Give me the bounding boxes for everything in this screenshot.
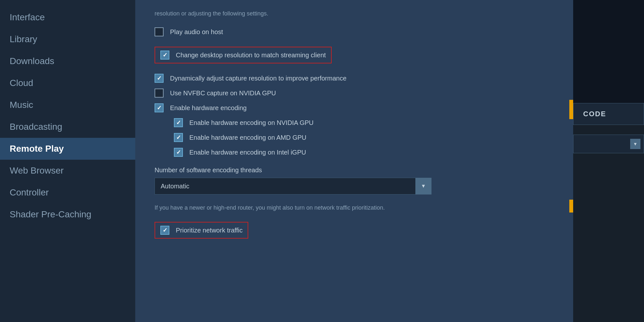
right-panel-dropdown[interactable] xyxy=(573,135,644,153)
checkbox-change-desktop-res[interactable] xyxy=(160,51,169,60)
checkbox-label-hw-encoding-intel: Enable hardware encoding on Intel iGPU xyxy=(189,149,306,156)
sidebar-item-cloud[interactable]: Cloud xyxy=(0,72,135,94)
network-note: If you have a newer or high-end router, … xyxy=(155,204,431,212)
sidebar-item-library[interactable]: Library xyxy=(0,28,135,50)
checkbox-label-hw-encoding-nvidia: Enable hardware encoding on NVIDIA GPU xyxy=(189,119,314,127)
right-panel-dropdown-arrow-icon[interactable] xyxy=(630,139,640,149)
main-content: resolution or adjusting the following se… xyxy=(135,0,573,322)
checkbox-label-play-audio: Play audio on host xyxy=(170,28,223,36)
checkbox-row-use-nvfbc: Use NVFBC capture on NVIDIA GPU xyxy=(155,89,535,98)
sidebar-item-controller[interactable]: Controller xyxy=(0,182,135,204)
right-panel: CODE xyxy=(573,0,644,322)
sidebar-item-interface[interactable]: Interface xyxy=(0,6,135,28)
checkbox-hw-encoding-nvidia[interactable] xyxy=(174,118,183,127)
checkbox-play-audio[interactable] xyxy=(155,27,164,36)
sidebar-item-remote-play[interactable]: Remote Play xyxy=(0,138,135,160)
sidebar-item-music[interactable]: Music xyxy=(0,94,135,116)
sidebar-item-web-browser[interactable]: Web Browser xyxy=(0,160,135,182)
checkbox-row-dynamically-adjust: Dynamically adjust capture resolution to… xyxy=(155,74,535,83)
checkbox-row-play-audio: Play audio on host xyxy=(155,27,535,36)
checkbox-enable-hw-encoding[interactable] xyxy=(155,103,164,112)
checkbox-row-hw-encoding-amd: Enable hardware encoding on AMD GPU xyxy=(174,133,535,142)
checkbox-row-change-desktop-res: Change desktop resolution to match strea… xyxy=(155,47,332,63)
encoding-threads-label: Number of software encoding threads xyxy=(155,166,535,174)
checkbox-hw-encoding-amd[interactable] xyxy=(174,133,183,142)
checkbox-use-nvfbc[interactable] xyxy=(155,89,164,98)
code-button[interactable]: CODE xyxy=(573,103,644,125)
right-panel-image xyxy=(573,0,644,103)
checkbox-row-enable-hw-encoding: Enable hardware encoding xyxy=(155,103,535,112)
checkbox-label-dynamically-adjust: Dynamically adjust capture resolution to… xyxy=(170,75,346,82)
sidebar-item-broadcasting[interactable]: Broadcasting xyxy=(0,116,135,138)
sidebar-item-shader-pre-caching[interactable]: Shader Pre-Caching xyxy=(0,204,135,225)
checkbox-row-prioritize-network: Prioritize network traffic xyxy=(155,222,248,239)
encoding-threads-dropdown[interactable]: Automatic12468 xyxy=(155,178,431,194)
checkbox-dynamically-adjust[interactable] xyxy=(155,74,164,83)
scroll-indicator-1 xyxy=(569,100,573,119)
checkbox-prioritize-network[interactable] xyxy=(160,226,169,235)
sidebar: InterfaceLibraryDownloadsCloudMusicBroad… xyxy=(0,0,135,322)
checkbox-label-use-nvfbc: Use NVFBC capture on NVIDIA GPU xyxy=(170,90,276,97)
checkbox-label-change-desktop-res: Change desktop resolution to match strea… xyxy=(176,52,326,59)
encoding-threads-select[interactable]: Automatic12468 xyxy=(155,178,431,194)
checkbox-label-prioritize-network: Prioritize network traffic xyxy=(176,227,242,234)
checkbox-label-hw-encoding-amd: Enable hardware encoding on AMD GPU xyxy=(189,134,307,141)
checkbox-row-hw-encoding-nvidia: Enable hardware encoding on NVIDIA GPU xyxy=(174,118,535,127)
top-note: resolution or adjusting the following se… xyxy=(155,10,535,18)
scroll-indicator-2 xyxy=(569,200,573,213)
checkbox-label-enable-hw-encoding: Enable hardware encoding xyxy=(170,104,247,112)
sidebar-item-downloads[interactable]: Downloads xyxy=(0,50,135,72)
checkbox-hw-encoding-intel[interactable] xyxy=(174,148,183,157)
checkbox-row-hw-encoding-intel: Enable hardware encoding on Intel iGPU xyxy=(174,148,535,157)
